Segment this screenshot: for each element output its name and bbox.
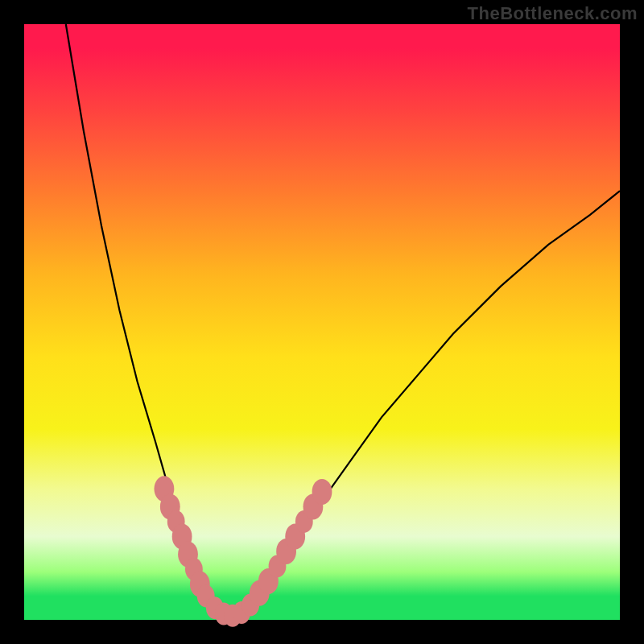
chart-frame: TheBottleneck.com (0, 0, 644, 644)
chart-svg (24, 24, 620, 620)
bead-marker (312, 479, 332, 505)
plot-area (24, 24, 620, 620)
bead-markers (155, 476, 332, 627)
bottleneck-curve (66, 24, 620, 617)
watermark-text: TheBottleneck.com (468, 3, 638, 24)
